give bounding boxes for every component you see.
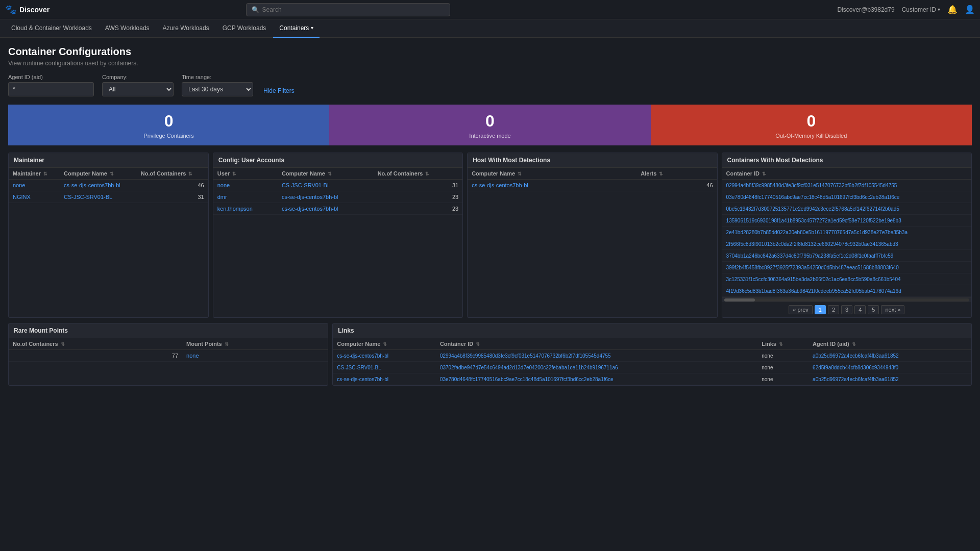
- agent-id-link[interactable]: a0b25d96972a4ecb6fcaf4fb3aa61852: [813, 377, 899, 382]
- container-id-cell: 3704bb1a246bc842a6337d4c80f795b79a238fa5…: [722, 250, 971, 262]
- table-row: 77 none: [9, 350, 328, 362]
- nav-item-cloud[interactable]: Cloud & Container Workloads: [5, 19, 98, 38]
- agent-id-col-header[interactable]: Agent ID (aid) ⇅: [808, 338, 971, 350]
- links-header-row: Computer Name ⇅ Container ID ⇅ Links ⇅ A…: [333, 338, 971, 350]
- nav-item-gcp[interactable]: GCP Workloads: [216, 19, 273, 38]
- page-5-button[interactable]: 5: [868, 305, 879, 314]
- bell-icon[interactable]: 🔔: [947, 5, 958, 14]
- logo: 🐾 Discover: [5, 4, 50, 15]
- page-4-button[interactable]: 4: [854, 305, 866, 314]
- user-col-header[interactable]: User ⇅: [213, 168, 278, 180]
- container-id-link[interactable]: 03e780d4648fc17740516abc9ae7cc18c48d5a10…: [726, 194, 900, 200]
- container-id-link[interactable]: 3704bb1a246bc842a6337d4c80f795b79a238fa5…: [726, 253, 894, 259]
- search-box[interactable]: 🔍: [246, 3, 450, 16]
- container-id-cell: 2e41bd28280b7b85dd022a30eb80e5b161197707…: [722, 227, 971, 238]
- containers-col-header[interactable]: No.of Containers ⇅: [9, 338, 182, 350]
- container-id-link[interactable]: 399f2b4f5458fbc8927f3925f72393a54250d0d5…: [726, 265, 899, 270]
- agent-id-link[interactable]: 62d5f9a8ddcb44cfb8d306c9344943f0: [813, 365, 898, 370]
- computer-name-cell[interactable]: cs-se-djs-centos7bh-bl: [60, 180, 137, 191]
- containers-col-header[interactable]: No.of Containers ⇅: [374, 168, 462, 180]
- computer-name-cell[interactable]: CS-JSC-SRV01-BL: [333, 362, 436, 373]
- search-input[interactable]: [262, 6, 445, 13]
- maintainer-cell[interactable]: NGINX: [9, 191, 60, 203]
- page-title: Container Configurations: [8, 46, 972, 58]
- mount-point-cell[interactable]: none: [182, 350, 328, 362]
- table-row: ken.thompson cs-se-djs-centos7bh-bl 23: [213, 203, 462, 215]
- container-id-cell: 1359061519c6930198f1a41b8953c457f7272a1e…: [722, 215, 971, 227]
- links-panel-title: Links: [333, 323, 971, 338]
- container-id-link[interactable]: 1359061519c6930198f1a41b8953c457f7272a1e…: [726, 218, 901, 223]
- container-id-link[interactable]: 3c125331f1c5ccfc306364a915be3da2b66f02c1…: [726, 277, 901, 282]
- nav-item-containers[interactable]: Containers ▾: [273, 19, 320, 38]
- container-id-link[interactable]: 03e780d4648fc17740516abc9ae7cc18c48d5a10…: [440, 377, 614, 382]
- computer-name-cell[interactable]: CS-JSC-SRV01-BL: [278, 180, 374, 191]
- container-id-link[interactable]: 0bc5c19432f7d300725135771e2ed9942c3ece2f…: [726, 206, 899, 212]
- privilege-containers-label: Privilege Containers: [143, 133, 193, 139]
- hide-filters-button[interactable]: Hide Filters: [261, 85, 297, 96]
- oom-kill-card: 0 Out-Of-Memory Kill Disabled: [651, 105, 972, 145]
- time-range-select[interactable]: Last 30 days Last 7 days Last 24 hours: [182, 82, 253, 96]
- alerts-col-header[interactable]: Alerts ⇅: [636, 168, 717, 180]
- containers-col-header[interactable]: No.of Containers ⇅: [137, 168, 208, 180]
- config-table: User ⇅ Computer Name ⇅ No.of Containers …: [213, 168, 462, 215]
- nav-item-aws[interactable]: AWS Workloads: [99, 19, 156, 38]
- agent-id-input[interactable]: [8, 82, 94, 96]
- computer-name-cell[interactable]: cs-se-djs-centos7bh-bl: [333, 373, 436, 385]
- maintainer-col-header[interactable]: Maintainer ⇅: [9, 168, 60, 180]
- config-header-row: User ⇅ Computer Name ⇅ No.of Containers …: [213, 168, 462, 180]
- container-id-link[interactable]: 2f566f5c8d3f901013b2c0da2f2f8fd8132ce660…: [726, 241, 898, 247]
- computer-name-cell[interactable]: CS-JSC-SRV01-BL: [60, 191, 137, 203]
- table-row: 399f2b4f5458fbc8927f3925f72393a54250d0d5…: [722, 262, 971, 273]
- interactive-mode-card: 0 Interactive mode: [329, 105, 650, 145]
- page-1-button[interactable]: 1: [815, 305, 826, 314]
- links-table: Computer Name ⇅ Container ID ⇅ Links ⇅ A…: [333, 338, 971, 385]
- table-row: 0bc5c19432f7d300725135771e2ed9942c3ece2f…: [722, 203, 971, 215]
- next-page-button[interactable]: next »: [881, 305, 904, 314]
- container-id-link[interactable]: 02994a4b8f39c9985480d3fe3cf9cf031e514707…: [726, 183, 897, 188]
- maintainer-cell[interactable]: none: [9, 180, 60, 191]
- containers-dropdown-arrow: ▾: [311, 25, 313, 31]
- oom-kill-value: 0: [806, 112, 816, 131]
- container-id-link[interactable]: 4f19d36c5d83b1bad8f363a36ab98421f0cdeeb9…: [726, 288, 901, 294]
- computer-name-col-header[interactable]: Computer Name ⇅: [333, 338, 436, 350]
- container-id-cell: 03702fadbe947d7e54c6494ad2d13d7e04200c22…: [436, 362, 757, 373]
- container-id-col-header[interactable]: Container ID ⇅: [436, 338, 757, 350]
- links-cell: none: [757, 362, 808, 373]
- computer-name-col-header[interactable]: Computer Name ⇅: [278, 168, 374, 180]
- table-row: 3c125331f1c5ccfc306364a915be3da2b66f02c1…: [722, 273, 971, 285]
- nav-item-azure-label: Azure Workloads: [163, 24, 209, 32]
- computer-name-cell[interactable]: cs-se-djs-centos7bh-bl: [468, 180, 636, 191]
- count-cell: 31: [137, 191, 208, 203]
- computer-name-col-header[interactable]: Computer Name ⇅: [468, 168, 636, 180]
- config-panel: Config: User Accounts User ⇅ Computer Na…: [213, 153, 463, 318]
- computer-name-cell[interactable]: cs-se-djs-centos7bh-bl: [278, 203, 374, 215]
- user-cell[interactable]: none: [213, 180, 278, 191]
- computer-name-col-header[interactable]: Computer Name ⇅: [60, 168, 137, 180]
- container-id-link[interactable]: 2e41bd28280b7b85dd022a30eb80e5b161197707…: [726, 230, 908, 235]
- container-id-col-header[interactable]: Container ID ⇅: [722, 168, 971, 180]
- tables-row: Maintainer Maintainer ⇅ Computer Name ⇅ …: [8, 153, 972, 318]
- computer-name-cell[interactable]: cs-se-djs-centos7bh-bl: [278, 191, 374, 203]
- container-id-link[interactable]: 02994a4b8f39c9985480d3fe3cf9cf031e514707…: [440, 353, 611, 359]
- page-3-button[interactable]: 3: [841, 305, 852, 314]
- maintainer-table: Maintainer ⇅ Computer Name ⇅ No.of Conta…: [9, 168, 208, 203]
- mount-points-col-header[interactable]: Mount Points ⇅: [182, 338, 328, 350]
- maintainer-header-row: Maintainer ⇅ Computer Name ⇅ No.of Conta…: [9, 168, 208, 180]
- user-icon[interactable]: 👤: [965, 5, 975, 14]
- agent-id-cell: 62d5f9a8ddcb44cfb8d306c9344943f0: [808, 362, 971, 373]
- agent-id-link[interactable]: a0b25d96972a4ecb6fcaf4fb3aa61852: [813, 353, 899, 359]
- nav-item-azure[interactable]: Azure Workloads: [157, 19, 215, 38]
- containers-most-scrollbar[interactable]: [722, 297, 971, 302]
- page-2-button[interactable]: 2: [828, 305, 839, 314]
- links-cell: none: [757, 350, 808, 362]
- page-content: Container Configurations View runtime co…: [0, 38, 980, 394]
- company-filter: Company: All: [102, 74, 174, 96]
- company-select[interactable]: All: [102, 82, 174, 96]
- user-cell[interactable]: dmr: [213, 191, 278, 203]
- user-cell[interactable]: ken.thompson: [213, 203, 278, 215]
- prev-page-button[interactable]: « prev: [789, 305, 813, 314]
- container-id-link[interactable]: 03702fadbe947d7e54c6494ad2d13d7e04200c22…: [440, 365, 618, 370]
- links-col-header[interactable]: Links ⇅: [757, 338, 808, 350]
- customer-id-dropdown[interactable]: Customer ID ▾: [902, 6, 940, 13]
- computer-name-cell[interactable]: cs-se-djs-centos7bh-bl: [333, 350, 436, 362]
